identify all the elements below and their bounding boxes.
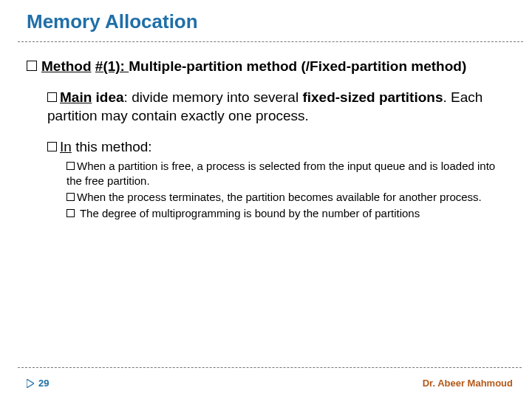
bullet-in-this-method: In this method: When a partition is free…: [47, 138, 510, 221]
play-triangle-icon: [27, 379, 34, 388]
text: The degree of multiprogramming is bound …: [77, 207, 420, 219]
footer: 29 Dr. Abeer Mahmoud: [0, 374, 532, 390]
body: Method #(1): Multiple-partition method (…: [27, 58, 510, 223]
bullet-main-idea: Main idea: divide memory into several fi…: [47, 89, 510, 125]
bullet-degree-multiprogramming: The degree of multiprogramming is bound …: [66, 206, 510, 221]
checkbox-icon: [66, 209, 75, 217]
sublist: Main idea: divide memory into several fi…: [47, 89, 510, 220]
text: Multiple-partition method (/Fixed-partit…: [129, 58, 466, 74]
text: In: [60, 139, 72, 154]
checkbox-icon: [66, 162, 75, 170]
text: : divide memory into several: [124, 89, 303, 105]
divider-top: [18, 41, 523, 42]
slide: Memory Allocation Method #(1): Multiple-…: [0, 0, 532, 399]
author-name: Dr. Abeer Mahmoud: [423, 378, 513, 389]
text: fixed-sized partitions: [302, 89, 443, 105]
text: idea: [92, 89, 123, 105]
text: When a partition is free, a process is s…: [66, 160, 495, 187]
checkbox-icon: [47, 142, 57, 151]
text: When the process terminates, the partiti…: [77, 191, 482, 203]
bullet-when-free: When a partition is free, a process is s…: [66, 159, 510, 188]
sub-sublist: When a partition is free, a process is s…: [66, 159, 510, 220]
text: Method: [41, 58, 92, 74]
checkbox-icon: [66, 193, 75, 201]
checkbox-icon: [27, 61, 37, 71]
page-number-text: 29: [38, 378, 49, 389]
text: Main: [60, 89, 92, 105]
bullet-method: Method #(1): Multiple-partition method (…: [27, 58, 510, 75]
slide-title: Memory Allocation: [27, 10, 198, 33]
checkbox-icon: [47, 92, 57, 102]
divider-bottom: [18, 367, 522, 368]
page-number: 29: [27, 378, 49, 389]
bullet-when-terminates: When the process terminates, the partiti…: [66, 190, 510, 205]
text: this method:: [72, 139, 152, 154]
svg-marker-0: [27, 379, 34, 388]
text: #(1):: [95, 58, 129, 74]
